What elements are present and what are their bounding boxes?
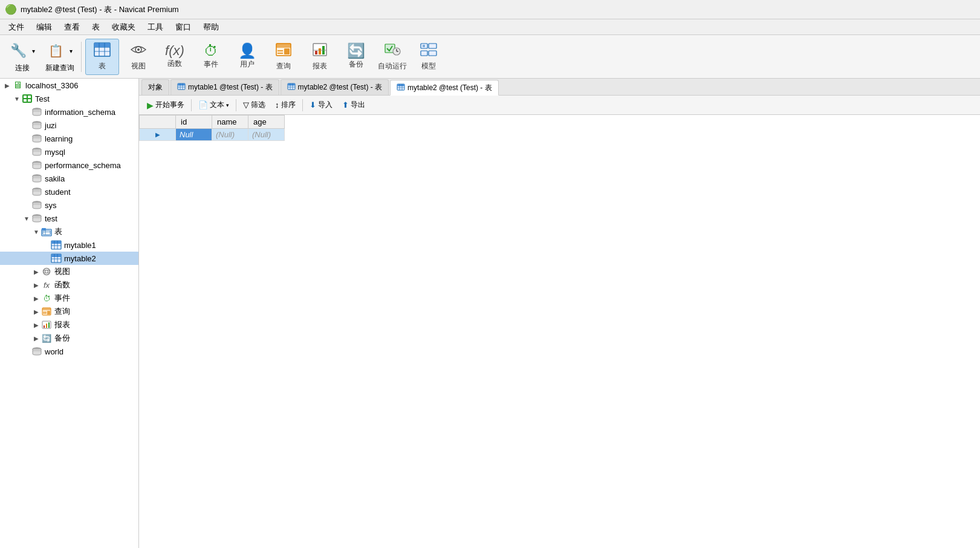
sidebar-item-world[interactable]: world (0, 345, 138, 358)
table-row[interactable]: ▶ Null (Null) (Null) (140, 129, 285, 141)
backup-toolbar-btn[interactable]: 🔄 备份 (339, 39, 373, 75)
query-folder-icon (41, 306, 52, 317)
sidebar-item-information-schema[interactable]: information_schema (0, 105, 138, 119)
svg-rect-46 (42, 228, 46, 230)
filter-btn[interactable]: ▽ 筛选 (239, 98, 270, 112)
model-toolbar-btn[interactable]: 模型 (412, 39, 446, 75)
sidebar-item-event-folder[interactable]: ▶ ⏱ 事件 (0, 292, 138, 305)
sidebar-item-mysql[interactable]: mysql (0, 145, 138, 158)
auto-run-toolbar-btn[interactable]: 自动运行 (375, 39, 409, 75)
begin-transaction-btn[interactable]: ▶ 开始事务 (143, 98, 189, 112)
view-label: 视图 (131, 61, 146, 71)
tab-mytable2-active[interactable]: mytable2 @test (Test) - 表 (390, 80, 499, 96)
cell-age[interactable]: (Null) (248, 129, 285, 141)
connect-button[interactable]: 🔧 (7, 40, 29, 62)
sidebar-item-performance-schema[interactable]: performance_schema (0, 158, 138, 172)
tbl-sep-3 (302, 99, 303, 111)
event-toolbar-btn[interactable]: ⏱ 事件 (194, 39, 228, 75)
query-toolbar-btn[interactable]: 查询 (267, 39, 300, 75)
connect-dropdown[interactable]: ▾ (29, 44, 37, 58)
menu-item-帮助[interactable]: 帮助 (197, 21, 225, 34)
tbl-sep-1 (191, 99, 192, 111)
tab-mytable1[interactable]: mytable1 @test (Test) - 表 (170, 79, 279, 95)
sidebar-item-mytable1[interactable]: mytable1 (0, 238, 138, 252)
connect-label: 连接 (15, 63, 30, 73)
tab-mytable1-icon (177, 83, 186, 92)
user-icon: 👤 (238, 44, 256, 58)
db-icon-sys (31, 200, 42, 210)
table-toolbar-btn[interactable]: 表 (85, 39, 119, 75)
menu-item-工具[interactable]: 工具 (141, 21, 169, 34)
menu-item-文件[interactable]: 文件 (2, 21, 30, 34)
tab-object[interactable]: 对象 (141, 79, 169, 95)
sidebar-item-test-server[interactable]: ▼ Test (0, 92, 138, 105)
svg-rect-69 (44, 325, 45, 328)
sidebar-item-report-folder[interactable]: ▶ 报表 (0, 318, 138, 331)
tab-mytable2-icon (287, 83, 296, 92)
sidebar-item-test-db[interactable]: ▼ test (0, 212, 138, 225)
connect-group: 🔧 ▾ 连接 (5, 35, 40, 78)
view-folder-icon (41, 266, 52, 277)
menu-item-查看[interactable]: 查看 (58, 21, 86, 34)
table-icon-mytable2 (51, 253, 62, 264)
svg-rect-74 (178, 83, 185, 86)
report-toolbar-btn[interactable]: 报表 (303, 39, 337, 75)
svg-rect-35 (28, 99, 31, 102)
col-name[interactable]: name (212, 116, 248, 129)
data-table: id name age ▶ Null (Null) (Null) (139, 115, 285, 141)
event-icon: ⏱ (204, 44, 218, 58)
sidebar-item-student[interactable]: student (0, 185, 138, 198)
sidebar-item-localhost[interactable]: ▶ 🖥 localhost_3306 (0, 79, 138, 92)
menu-item-表[interactable]: 表 (86, 21, 106, 34)
event-label: 事件 (204, 59, 218, 70)
sidebar-item-table-folder[interactable]: ▼ 表 (0, 225, 138, 238)
sort-btn[interactable]: ↕ 排序 (271, 98, 300, 112)
col-id[interactable]: id (176, 116, 212, 129)
svg-rect-24 (421, 44, 427, 48)
svg-point-9 (137, 48, 140, 51)
new-query-label: 新建查询 (45, 63, 74, 73)
sidebar-item-function-folder[interactable]: ▶ fx 函数 (0, 278, 138, 292)
svg-rect-79 (288, 83, 295, 86)
text-btn[interactable]: 📄 文本 ▾ (194, 98, 233, 112)
menu-item-窗口[interactable]: 窗口 (169, 21, 197, 34)
cell-name[interactable]: (Null) (212, 129, 248, 141)
sidebar-item-mytable2[interactable]: mytable2 (0, 252, 138, 265)
import-btn[interactable]: ⬇ 导入 (305, 98, 337, 112)
export-icon: ⬆ (342, 100, 349, 109)
view-toolbar-btn[interactable]: 视图 (122, 39, 155, 75)
sidebar-item-view-folder[interactable]: ▶ 视图 (0, 265, 138, 278)
tab-mytable2-inactive-label: mytable2 @test (Test) - 表 (298, 82, 383, 93)
new-query-dropdown[interactable]: ▾ (67, 44, 75, 58)
sidebar-item-juzi[interactable]: juzi (0, 119, 138, 132)
menu-item-编辑[interactable]: 编辑 (30, 21, 58, 34)
svg-rect-71 (48, 322, 50, 328)
function-toolbar-btn[interactable]: f(x) 函数 (158, 39, 192, 75)
window-title: mytable2 @test (Test) - 表 - Navicat Prem… (21, 4, 179, 15)
db-icon (31, 106, 42, 117)
server-green-icon (22, 93, 33, 104)
menu-item-收藏夹[interactable]: 收藏夹 (106, 21, 141, 34)
user-toolbar-btn[interactable]: 👤 用户 (230, 39, 264, 75)
sidebar-item-sys[interactable]: sys (0, 198, 138, 212)
sidebar-item-query-folder[interactable]: ▶ 查询 (0, 305, 138, 318)
tab-mytable2-inactive[interactable]: mytable2 @test (Test) - 表 (281, 79, 389, 95)
report-icon (311, 42, 328, 60)
db-icon-world (31, 346, 42, 357)
cell-id[interactable]: Null (176, 129, 212, 141)
svg-rect-17 (319, 48, 321, 54)
sidebar-item-learning[interactable]: learning (0, 132, 138, 145)
table-toolbar: ▶ 开始事务 📄 文本 ▾ ▽ 筛选 ↕ 排序 ⬇ 导入 (139, 96, 980, 115)
sidebar-item-backup-folder[interactable]: ▶ 🔄 备份 (0, 331, 138, 345)
export-btn[interactable]: ⬆ 导出 (338, 98, 369, 112)
user-label: 用户 (240, 59, 255, 70)
col-age[interactable]: age (248, 116, 285, 129)
sidebar-item-sakila[interactable]: sakila (0, 172, 138, 185)
table-icon (94, 42, 111, 60)
db-icon-mysql (31, 146, 42, 157)
new-query-button[interactable]: 📋 (45, 40, 67, 62)
view-icon (130, 42, 147, 60)
sidebar: ▶ 🖥 localhost_3306 ▼ Test (0, 79, 139, 548)
report-label: 报表 (313, 61, 327, 71)
auto-run-label: 自动运行 (378, 61, 407, 71)
